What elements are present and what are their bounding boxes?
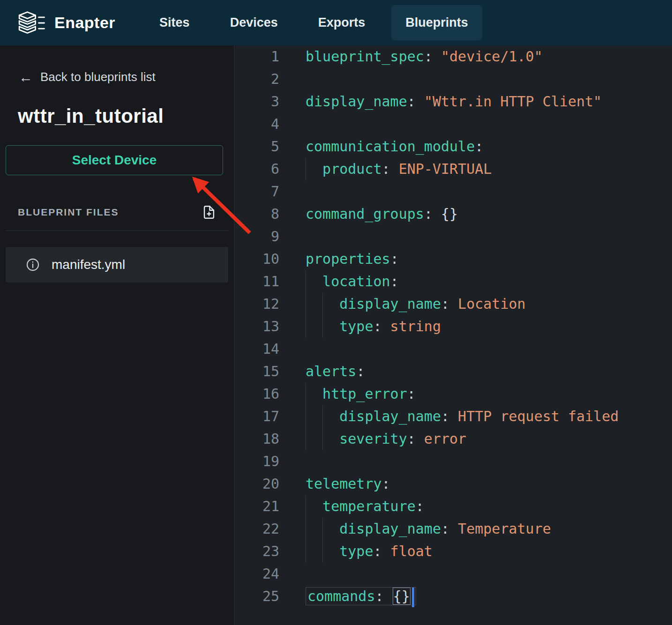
- code-line[interactable]: 24: [234, 563, 672, 585]
- yaml-key: severity: [339, 431, 407, 447]
- line-number: 3: [234, 90, 279, 113]
- line-number: 17: [234, 405, 279, 428]
- code-line[interactable]: 5communication_module:: [234, 135, 672, 158]
- indent-guide: [306, 293, 322, 315]
- code-token: {}: [393, 588, 411, 605]
- main-area: ← Back to blueprints list wttr_in_tutori…: [0, 45, 672, 625]
- code-line[interactable]: 1blueprint_spec: "device/1.0": [234, 45, 672, 68]
- code-line[interactable]: 8command_groups: {}: [234, 203, 672, 225]
- indent-guide: [306, 540, 322, 563]
- indent-guide: [306, 495, 322, 518]
- code-line[interactable]: 3display_name: "Wttr.in HTTP Client": [234, 90, 672, 113]
- line-number: 16: [234, 383, 279, 405]
- code-editor[interactable]: 1blueprint_spec: "device/1.0"23display_n…: [234, 45, 672, 625]
- yaml-key: http_error: [322, 386, 407, 402]
- code-line[interactable]: 17display_name: HTTP request failed: [234, 405, 672, 428]
- indent-guide: [306, 428, 322, 450]
- line-number: 25: [234, 585, 279, 608]
- code-token: :: [424, 48, 441, 65]
- yaml-value: ENP-VIRTUAL: [399, 161, 492, 177]
- code-line[interactable]: 12display_name: Location: [234, 293, 672, 315]
- code-token: :: [441, 408, 458, 424]
- code-line[interactable]: 6product: ENP-VIRTUAL: [234, 158, 672, 180]
- info-icon: [25, 257, 40, 272]
- line-number: 5: [234, 135, 279, 158]
- yaml-key: telemetry: [306, 476, 382, 492]
- file-item-manifest[interactable]: manifest.yml: [6, 247, 228, 283]
- indent-guide: [322, 405, 339, 428]
- code-line[interactable]: 23type: float: [234, 540, 672, 563]
- back-to-blueprints-link[interactable]: ← Back to blueprints list: [19, 70, 156, 84]
- code-token: :: [407, 93, 424, 110]
- yaml-key: display_name: [339, 521, 441, 537]
- code-token: {}: [441, 206, 458, 222]
- code-token: :: [441, 296, 458, 312]
- code-token: :: [475, 138, 483, 155]
- line-number: 8: [234, 203, 279, 225]
- code-line[interactable]: 18severity: error: [234, 428, 672, 450]
- code-line[interactable]: 15alerts:: [234, 360, 672, 383]
- indent-guide: [306, 405, 322, 428]
- blueprint-sidebar: ← Back to blueprints list wttr_in_tutori…: [0, 45, 234, 625]
- yaml-value: "Wttr.in HTTP Client": [424, 93, 602, 110]
- code-line[interactable]: 21temperature:: [234, 495, 672, 518]
- yaml-key: product: [322, 161, 381, 177]
- add-file-icon[interactable]: [201, 204, 217, 220]
- indent-guide: [306, 158, 322, 180]
- enapter-logo-icon: [17, 10, 46, 36]
- line-number: 9: [234, 225, 279, 248]
- code-area[interactable]: 1blueprint_spec: "device/1.0"23display_n…: [234, 45, 672, 608]
- code-line[interactable]: 19: [234, 450, 672, 473]
- code-line[interactable]: 13type: string: [234, 315, 672, 338]
- indent-guide: [306, 315, 322, 338]
- yaml-key: display_name: [306, 93, 407, 110]
- code-line[interactable]: 22display_name: Temperature: [234, 518, 672, 540]
- line-number: 4: [234, 113, 279, 135]
- code-token: :: [373, 318, 390, 335]
- app-window: Enapter Sites Devices Exports Blueprints…: [0, 0, 672, 625]
- brand[interactable]: Enapter: [17, 10, 115, 36]
- blueprint-title: wttr_in_tutorial: [18, 105, 234, 127]
- code-line[interactable]: 10properties:: [234, 248, 672, 270]
- code-line[interactable]: 4: [234, 113, 672, 135]
- code-token: :: [373, 543, 390, 559]
- yaml-value: Location: [458, 296, 526, 312]
- line-number: 15: [234, 360, 279, 383]
- nav-item-devices[interactable]: Devices: [216, 5, 292, 40]
- code-line[interactable]: 25commands: {}: [234, 585, 672, 608]
- yaml-key: command_groups: [306, 206, 424, 222]
- yaml-value: Temperature: [458, 521, 551, 537]
- code-line[interactable]: 9: [234, 225, 672, 248]
- yaml-key: location: [322, 273, 390, 290]
- yaml-key: communication_module: [306, 138, 475, 155]
- code-token: :: [356, 363, 365, 379]
- select-device-button[interactable]: Select Device: [6, 145, 223, 175]
- code-line[interactable]: 2: [234, 68, 672, 90]
- nav-item-sites[interactable]: Sites: [145, 5, 204, 40]
- code-token: :: [407, 386, 416, 402]
- code-line[interactable]: 14: [234, 338, 672, 360]
- line-number: 7: [234, 180, 279, 203]
- yaml-key: temperature: [322, 498, 416, 514]
- code-token: :: [375, 588, 392, 604]
- top-navbar: Enapter Sites Devices Exports Blueprints: [0, 0, 672, 45]
- line-number: 20: [234, 473, 279, 495]
- main-nav: Sites Devices Exports Blueprints: [145, 5, 482, 40]
- line-number: 13: [234, 315, 279, 338]
- line-number: 18: [234, 428, 279, 450]
- yaml-key: display_name: [339, 408, 441, 424]
- indent-guide: [306, 383, 322, 405]
- yaml-value: string: [390, 318, 441, 335]
- nav-item-blueprints[interactable]: Blueprints: [391, 5, 482, 40]
- code-line[interactable]: 11location:: [234, 270, 672, 293]
- nav-item-exports[interactable]: Exports: [304, 5, 380, 40]
- code-line[interactable]: 16http_error:: [234, 383, 672, 405]
- indent-guide: [306, 518, 322, 540]
- code-line[interactable]: 20telemetry:: [234, 473, 672, 495]
- line-number: 19: [234, 450, 279, 473]
- indent-guide: [322, 540, 339, 563]
- code-line[interactable]: 7: [234, 180, 672, 203]
- indent-guide: [306, 270, 322, 293]
- file-name: manifest.yml: [52, 257, 125, 272]
- code-token: :: [416, 498, 424, 514]
